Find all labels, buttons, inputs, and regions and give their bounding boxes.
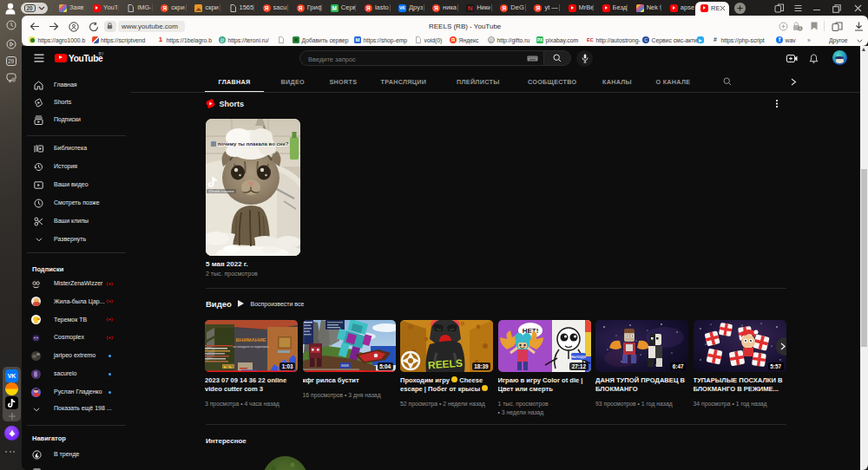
svg-text:REELS: REELS <box>427 357 463 372</box>
svg-text:выходи: выходи <box>570 354 585 359</box>
svg-text:ВНИМАНИЕ: ВНИМАНИЕ <box>236 337 266 343</box>
svg-text:вы попадаете на территорию: вы попадаете на территорию <box>233 345 270 349</box>
